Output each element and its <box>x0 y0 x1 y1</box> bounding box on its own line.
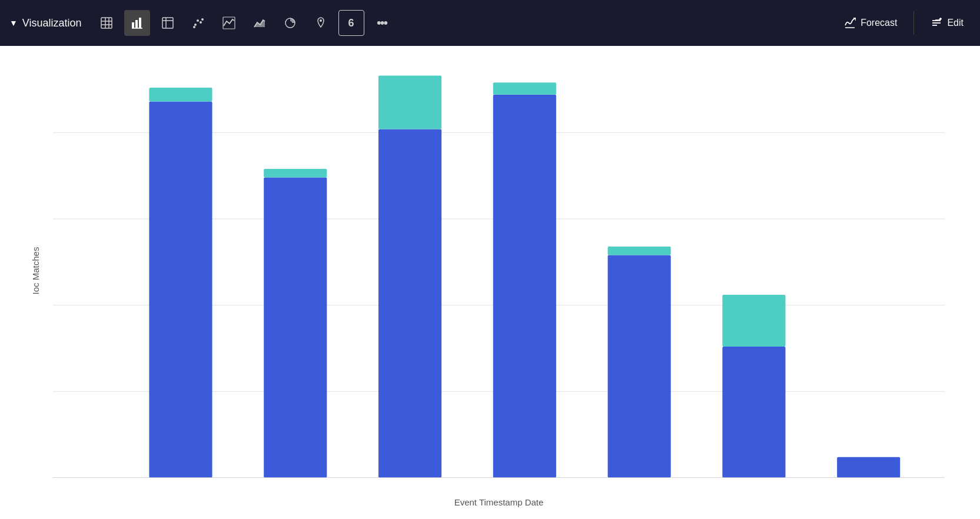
single-value-icon[interactable]: 6 <box>338 10 364 36</box>
svg-rect-38 <box>149 88 212 101</box>
svg-rect-55 <box>837 457 900 478</box>
pie-chart-icon[interactable] <box>277 10 303 36</box>
svg-point-13 <box>197 19 199 22</box>
svg-rect-7 <box>139 18 141 28</box>
svg-rect-40 <box>264 178 327 478</box>
single-value-text: 6 <box>348 17 354 29</box>
more-icon[interactable]: ••• <box>369 10 395 36</box>
edit-icon <box>931 17 942 29</box>
svg-rect-50 <box>608 247 671 255</box>
toolbar: ▼ Visualization <box>0 0 980 46</box>
svg-rect-53 <box>722 295 785 347</box>
svg-point-21 <box>320 19 322 22</box>
edit-label: Edit <box>947 18 964 28</box>
svg-rect-46 <box>493 95 556 478</box>
edit-button[interactable]: Edit <box>923 14 971 32</box>
bar-chart-icon[interactable] <box>124 10 150 36</box>
svg-rect-47 <box>493 82 556 95</box>
svg-rect-43 <box>378 129 441 478</box>
bar-chart-svg: 02,5005,0007,50010,000Aug 5Aug 6Aug 7Aug… <box>53 64 945 478</box>
chart-wrapper: Ioc Matches Event Timestamp Date 02,5005… <box>53 64 945 478</box>
map-icon[interactable] <box>308 10 334 36</box>
svg-rect-52 <box>722 347 785 478</box>
svg-point-12 <box>194 24 197 26</box>
svg-rect-41 <box>264 169 327 178</box>
svg-rect-44 <box>378 76 441 129</box>
x-axis-label: Event Timestamp Date <box>454 497 544 507</box>
svg-rect-49 <box>608 255 671 478</box>
forecast-label: Forecast <box>861 18 897 28</box>
more-text: ••• <box>377 15 387 31</box>
toolbar-right: Forecast Edit <box>837 11 971 35</box>
svg-rect-6 <box>135 20 138 28</box>
table-icon[interactable] <box>94 10 119 36</box>
svg-point-16 <box>193 26 195 28</box>
y-axis-label: Ioc Matches <box>31 247 41 295</box>
svg-rect-37 <box>149 102 212 478</box>
toolbar-divider <box>913 11 914 35</box>
scatter-icon[interactable] <box>185 10 211 36</box>
svg-rect-0 <box>101 18 112 28</box>
title-text: Visualization <box>22 17 82 29</box>
area-chart-icon[interactable] <box>247 10 273 36</box>
svg-point-20 <box>288 21 292 25</box>
line-chart-icon[interactable] <box>216 10 242 36</box>
svg-point-15 <box>201 18 204 21</box>
visualization-title: ▼ Visualization <box>9 17 82 29</box>
svg-point-14 <box>200 21 202 24</box>
svg-rect-5 <box>132 22 134 28</box>
pivot-icon[interactable] <box>155 10 181 36</box>
chart-container: Ioc Matches Event Timestamp Date 02,5005… <box>0 46 980 519</box>
forecast-button[interactable]: Forecast <box>837 14 904 32</box>
forecast-icon <box>844 17 856 29</box>
svg-rect-9 <box>162 18 173 28</box>
chevron-icon[interactable]: ▼ <box>9 18 18 28</box>
toolbar-left: ▼ Visualization <box>9 10 835 36</box>
